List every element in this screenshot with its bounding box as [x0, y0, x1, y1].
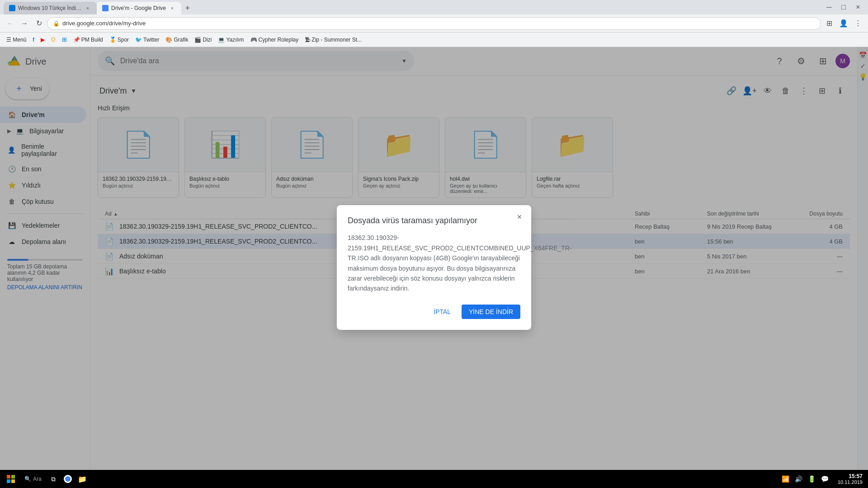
- svg-rect-6: [7, 475, 10, 479]
- taskbar: 🔍 Ara ⧉ 📁 📶 🔊 🔋 💬 15:57 10.11.2019: [0, 470, 868, 488]
- bookmark-spor-icon: 🏅: [109, 37, 116, 43]
- profile-button[interactable]: 👤: [837, 17, 850, 30]
- tab-favicon-2: [102, 5, 108, 11]
- tray-notifications-icon[interactable]: 💬: [819, 474, 830, 483]
- bookmark-facebook[interactable]: f: [30, 36, 37, 44]
- bookmark-menu-label: ☰ Menü: [6, 37, 26, 43]
- taskbar-clock[interactable]: 15:57 10.11.2019: [834, 473, 866, 485]
- lock-icon: 🔒: [53, 20, 60, 27]
- bookmark-cypher[interactable]: 🎮 Cypher Roleplay: [248, 36, 302, 44]
- bookmark-cypher-label: Cypher Roleplay: [259, 37, 299, 43]
- bookmark-windows-icon: ⊞: [62, 36, 67, 43]
- extensions-button[interactable]: ⊞: [823, 17, 835, 30]
- bookmark-youtube[interactable]: ▶: [38, 36, 47, 44]
- close-window-button[interactable]: ×: [852, 1, 864, 14]
- back-button[interactable]: ←: [4, 17, 16, 30]
- dialog-close-button[interactable]: ×: [513, 211, 526, 223]
- task-view-button[interactable]: ⧉: [46, 472, 61, 486]
- taskbar-search-icon: 🔍: [24, 476, 31, 482]
- bookmark-zip-label: Zip - Summoner St...: [311, 37, 362, 43]
- browser-tab-2[interactable]: Drive'm - Google Drive ×: [97, 2, 181, 14]
- tab-title-2: Drive'm - Google Drive: [111, 5, 166, 11]
- bookmarks-bar: ☰ Menü f ▶ O ⊞ 📌 PM Build 🏅 Spor 🐦 Twitt…: [0, 33, 868, 47]
- minimize-button[interactable]: ─: [823, 1, 835, 14]
- taskbar-search-label: Ara: [33, 476, 42, 482]
- taskbar-time: 15:57: [838, 473, 863, 479]
- tab-title-1: Windows 10 Türkçe İndirm...: [18, 5, 81, 11]
- forward-button[interactable]: →: [18, 17, 31, 30]
- bookmark-pmbuild-icon: 📌: [73, 37, 80, 43]
- bookmark-youtube-icon: ▶: [41, 37, 45, 43]
- bookmark-grafik-label: Grafik: [174, 37, 188, 43]
- tray-volume-icon[interactable]: 🔊: [793, 474, 804, 483]
- bookmark-spor-label: Spor: [118, 37, 129, 43]
- new-tab-button[interactable]: +: [181, 2, 194, 14]
- bookmark-dizi-icon: 🎬: [194, 37, 201, 43]
- bookmark-grafik-icon: 🎨: [165, 37, 172, 43]
- bookmark-windows[interactable]: ⊞: [59, 35, 70, 44]
- taskbar-search[interactable]: 🔍 Ara: [20, 474, 46, 484]
- dialog-actions: İPTAL YİNE DE İNDİR: [348, 305, 520, 319]
- tray-network-icon[interactable]: 📶: [780, 474, 791, 483]
- bookmark-grafik[interactable]: 🎨 Grafik: [163, 36, 191, 44]
- browser-tabs: Windows 10 Türkçe İndirm... × Drive'm - …: [4, 0, 194, 14]
- bookmark-pmbuild-label: PM Build: [81, 37, 103, 43]
- bookmark-yazilim-icon: 💻: [218, 37, 225, 43]
- browser-navbar: ← → ↻ 🔒 drive.google.com/drive/my-drive …: [0, 14, 868, 33]
- svg-rect-9: [11, 479, 15, 483]
- bookmark-menu[interactable]: ☰ Menü: [4, 36, 29, 44]
- tab-close-1[interactable]: ×: [84, 5, 91, 12]
- bookmark-opera[interactable]: O: [48, 36, 58, 44]
- taskbar-chrome-icon[interactable]: [61, 472, 75, 486]
- bookmark-yazilim[interactable]: 💻 Yazılım: [215, 36, 246, 44]
- restore-button[interactable]: □: [837, 1, 850, 14]
- taskbar-tray: 📶 🔊 🔋 💬: [776, 474, 834, 483]
- start-button[interactable]: [2, 470, 20, 488]
- bookmark-twitter[interactable]: 🐦 Twitter: [132, 36, 162, 44]
- bookmark-pmbuild[interactable]: 📌 PM Build: [71, 36, 106, 44]
- nav-icons: ⊞ 👤 ⋮: [823, 17, 864, 30]
- browser-tab-1[interactable]: Windows 10 Türkçe İndirm... ×: [4, 2, 97, 14]
- bookmark-facebook-icon: f: [33, 37, 34, 43]
- taskbar-date: 10.11.2019: [838, 479, 863, 485]
- browser-chrome: Windows 10 Türkçe İndirm... × Drive'm - …: [0, 0, 868, 47]
- taskbar-explorer-icon[interactable]: 📁: [75, 472, 90, 486]
- bookmark-dizi[interactable]: 🎬 Dizi: [192, 36, 214, 44]
- dialog-overlay: × Dosyada virüs taraması yapılamıyor 183…: [0, 47, 868, 488]
- more-menu-button[interactable]: ⋮: [852, 17, 864, 30]
- virus-scan-dialog: × Dosyada virüs taraması yapılamıyor 183…: [337, 205, 531, 329]
- bookmark-yazilim-label: Yazılım: [226, 37, 244, 43]
- bookmark-spor[interactable]: 🏅 Spor: [107, 36, 132, 44]
- bookmark-opera-icon: O: [51, 37, 55, 43]
- bookmark-cypher-icon: 🎮: [250, 37, 257, 43]
- dialog-body: 18362.30.190329-2159.19H1_RELEASE_SVC_PR…: [348, 233, 520, 293]
- bookmark-zip-icon: 🗜: [305, 37, 310, 43]
- dialog-cancel-button[interactable]: İPTAL: [426, 305, 458, 319]
- bookmark-twitter-icon: 🐦: [135, 37, 142, 43]
- url-text: drive.google.com/drive/my-drive: [62, 20, 146, 27]
- bookmark-dizi-label: Dizi: [203, 37, 212, 43]
- bookmark-zip[interactable]: 🗜 Zip - Summoner St...: [302, 36, 364, 44]
- tab-close-2[interactable]: ×: [169, 5, 176, 12]
- dialog-title: Dosyada virüs taraması yapılamıyor: [348, 216, 520, 225]
- dialog-confirm-button[interactable]: YİNE DE İNDİR: [462, 305, 520, 319]
- tab-favicon-1: [9, 5, 15, 11]
- address-bar[interactable]: 🔒 drive.google.com/drive/my-drive: [47, 17, 821, 30]
- svg-rect-8: [7, 479, 10, 483]
- tray-battery-icon[interactable]: 🔋: [806, 474, 817, 483]
- svg-rect-7: [11, 475, 15, 479]
- windows-logo-icon: [7, 475, 15, 483]
- refresh-button[interactable]: ↻: [33, 17, 45, 30]
- bookmark-twitter-label: Twitter: [143, 37, 159, 43]
- browser-titlebar: Windows 10 Türkçe İndirm... × Drive'm - …: [0, 0, 868, 14]
